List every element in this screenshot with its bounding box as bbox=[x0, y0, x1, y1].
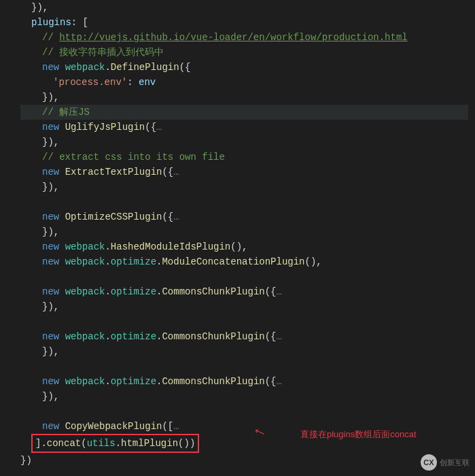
blank-line bbox=[20, 404, 468, 419]
fold-icon[interactable]: … bbox=[277, 376, 282, 387]
code-line: plugins: [ bbox=[20, 15, 468, 30]
watermark-text: 创新互联 bbox=[440, 458, 470, 468]
watermark-logo-icon: CX bbox=[421, 454, 437, 471]
module-concatenation-plugin: ModuleConcatenationPlugin bbox=[162, 256, 304, 267]
highlighted-concat-box: ].concat(utils.htmlPlugin()) bbox=[31, 434, 199, 453]
code-line: // 接收字符串插入到代码中 bbox=[20, 45, 468, 60]
code-line: // 解压JS bbox=[20, 105, 468, 120]
code-line: // extract css into its own file bbox=[20, 150, 468, 165]
blank-line bbox=[20, 359, 468, 374]
gutter bbox=[0, 0, 16, 468]
code-editor[interactable]: }),), plugins: [ // http://vuejs.github.… bbox=[0, 0, 475, 468]
uglify-plugin: UglifyJsPlugin bbox=[65, 122, 145, 133]
comment-url: http://vuejs.github.io/vue-loader/en/wor… bbox=[59, 32, 407, 43]
code-line: new OptimizeCSSPlugin({… bbox=[20, 209, 468, 224]
code-line: new webpack.optimize.CommonsChunkPlugin(… bbox=[20, 329, 468, 344]
annotation-text: 直接在plugins数组后面concat bbox=[300, 428, 417, 441]
define-plugin: DefinePlugin bbox=[111, 62, 179, 73]
code-line: }), bbox=[20, 299, 468, 314]
fold-icon[interactable]: … bbox=[156, 122, 162, 133]
code-line: new webpack.DefinePlugin({ bbox=[20, 60, 468, 75]
code-line: new webpack.optimize.ModuleConcatenation… bbox=[20, 254, 468, 269]
commons-chunk-plugin: CommonsChunkPlugin bbox=[162, 331, 264, 342]
code-line: new webpack.optimize.CommonsChunkPlugin(… bbox=[20, 374, 468, 389]
optimize-css-plugin: OptimizeCSSPlugin bbox=[65, 211, 162, 222]
code-line: }), bbox=[20, 180, 468, 194]
plugins-key: plugins bbox=[31, 17, 71, 28]
code-line: }),), bbox=[20, 0, 468, 15]
code-line: new ExtractTextPlugin({… bbox=[20, 165, 468, 180]
fold-icon[interactable]: … bbox=[173, 421, 179, 432]
code-line: new webpack.optimize.CommonsChunkPlugin(… bbox=[20, 284, 468, 299]
fold-icon[interactable]: … bbox=[173, 211, 179, 222]
fold-icon[interactable]: … bbox=[173, 167, 179, 177]
commons-chunk-plugin: CommonsChunkPlugin bbox=[162, 376, 264, 387]
blank-line bbox=[20, 269, 468, 284]
code-line: }), bbox=[20, 389, 468, 404]
watermark: CX 创新互联 bbox=[421, 454, 470, 471]
fold-icon[interactable]: … bbox=[277, 331, 282, 342]
fold-icon[interactable]: … bbox=[277, 286, 282, 297]
copy-webpack-plugin: CopyWebpackPlugin bbox=[65, 421, 162, 432]
code-line: }), bbox=[20, 344, 468, 359]
code-line: new webpack.HashedModuleIdsPlugin(), bbox=[20, 239, 468, 254]
code-line: 'process.env': env bbox=[20, 75, 468, 90]
code-line: new UglifyJsPlugin({… bbox=[20, 120, 468, 135]
extract-text-plugin: ExtractTextPlugin bbox=[65, 167, 162, 177]
hashed-module-ids-plugin: HashedModuleIdsPlugin bbox=[111, 241, 230, 252]
code-line: // http://vuejs.github.io/vue-loader/en/… bbox=[20, 30, 468, 45]
code-line: }), bbox=[20, 90, 468, 105]
code-line: }), bbox=[20, 135, 468, 150]
blank-line bbox=[20, 314, 468, 329]
blank-line bbox=[20, 194, 468, 209]
code-line: }) bbox=[20, 453, 468, 468]
code-line: }), bbox=[20, 224, 468, 239]
commons-chunk-plugin: CommonsChunkPlugin bbox=[162, 286, 264, 297]
